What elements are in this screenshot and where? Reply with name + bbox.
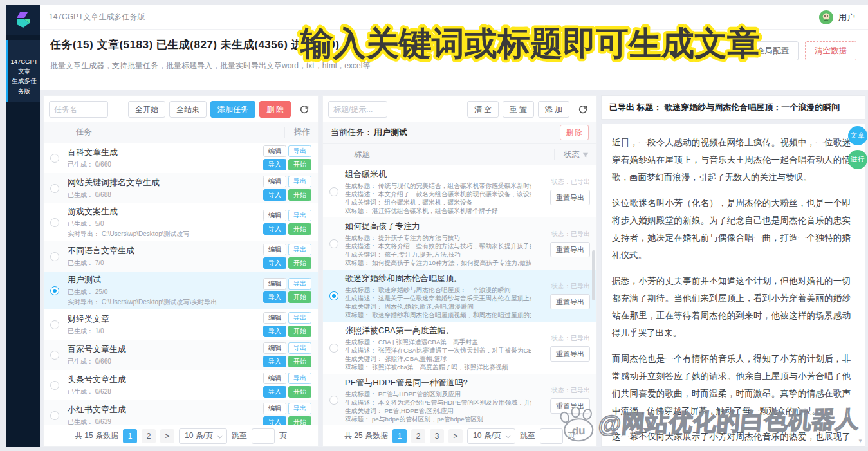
filter-icon[interactable] [582, 152, 589, 158]
import-button[interactable]: 导入 [263, 257, 286, 269]
export-button[interactable]: 导出 [288, 312, 311, 324]
edit-button[interactable]: 编辑 [263, 312, 286, 324]
refresh-tasks-icon[interactable] [296, 101, 313, 118]
table-row[interactable]: 头条号文章生成已生成： 0/628 编辑导出导入开始 [44, 370, 318, 400]
export-button[interactable]: 导出 [288, 145, 311, 157]
jump-page-input[interactable] [252, 428, 275, 444]
edit-button[interactable]: 编辑 [263, 403, 286, 414]
table-row[interactable]: 百家号文章生成已生成： 0/660 编辑导出导入开始 [44, 340, 318, 370]
start-all-button[interactable]: 全开始 [128, 101, 165, 118]
import-button[interactable]: 导入 [263, 189, 286, 201]
title-radio[interactable] [329, 344, 338, 353]
table-row[interactable]: 游戏文案生成已生成： 5/0实时导出： C:\Users\wp\Desktop\… [44, 203, 318, 241]
page-1[interactable]: 1 [392, 429, 407, 443]
table-row[interactable]: 百科文章生成已生成： 0/660 编辑导出导入开始 [44, 143, 318, 173]
edit-button[interactable]: 编辑 [263, 176, 286, 187]
start-button[interactable]: 开始 [288, 356, 311, 367]
sidebar-item-147cgpt[interactable]: 147CGPT文章 生成多任务版 [6, 40, 40, 102]
list-item-selected[interactable]: 歌迷穿婚纱和周杰伦合唱屋顶。 生成标题： 歌迷穿婚纱与周杰伦合唱屋顶：一个浪漫的… [323, 270, 596, 322]
task-radio-checked[interactable] [50, 286, 59, 295]
import-button[interactable]: 导入 [263, 223, 286, 235]
import-button[interactable]: 导入 [263, 356, 286, 367]
export-button[interactable]: 导出 [288, 278, 311, 290]
title-radio-checked[interactable] [329, 291, 338, 300]
next-page-button[interactable]: > [160, 429, 174, 443]
import-button[interactable]: 导入 [263, 291, 286, 303]
import-button[interactable]: 导入 [263, 326, 286, 337]
edit-button[interactable]: 编辑 [263, 244, 286, 255]
delete-task-button[interactable]: 删除 [259, 101, 291, 118]
export-button[interactable]: 导出 [288, 403, 311, 414]
edit-button[interactable]: 编辑 [263, 342, 286, 354]
import-button[interactable]: 导入 [263, 386, 286, 398]
task-radio[interactable] [50, 320, 59, 329]
page-1[interactable]: 1 [123, 429, 137, 443]
title-radio[interactable] [329, 239, 338, 248]
jump-page-input[interactable] [540, 428, 563, 444]
scrollbar-thumb[interactable] [592, 250, 595, 300]
task-radio[interactable] [50, 252, 59, 261]
page-size-select[interactable]: 10 条/页 [179, 428, 227, 444]
task-radio[interactable] [50, 184, 59, 193]
reset-export-button[interactable]: 重置导出 [550, 294, 590, 309]
edit-button[interactable]: 编辑 [263, 210, 286, 221]
add-title-button[interactable]: 添加 [538, 101, 569, 118]
reset-export-button[interactable]: 重置导出 [550, 398, 590, 414]
reset-button[interactable]: 重置 [503, 101, 534, 118]
reset-export-button[interactable]: 重置导出 [550, 242, 590, 257]
title-radio[interactable] [329, 187, 338, 196]
table-row-selected[interactable]: 用户测试已生成： 25/0实时导出： C:\Users\wp\Desktop\测… [44, 272, 318, 309]
table-row[interactable]: 财经类文章已生成： 1/0 编辑导出导入开始 [44, 309, 318, 340]
article-fab-button[interactable]: 文章 [848, 126, 867, 145]
edit-button[interactable]: 编辑 [263, 145, 286, 157]
page-3[interactable]: 3 [430, 429, 444, 443]
edit-button[interactable]: 编辑 [263, 278, 286, 290]
task-radio[interactable] [50, 351, 59, 360]
start-button[interactable]: 开始 [288, 159, 311, 170]
list-item[interactable]: 组合碾米机 生成标题： 传统与现代的完美结合，组合碾米机带你感受碾米新时代 生成… [323, 165, 596, 217]
next-page-button[interactable]: > [448, 429, 463, 443]
start-button[interactable]: 开始 [288, 386, 311, 398]
start-button[interactable]: 开始 [288, 189, 311, 201]
export-button[interactable]: 导出 [288, 373, 311, 384]
start-button[interactable]: 开始 [288, 257, 311, 269]
user-menu[interactable]: 用户 [819, 10, 855, 24]
export-button[interactable]: 导出 [288, 176, 311, 187]
edit-button[interactable]: 编辑 [263, 373, 286, 384]
import-button[interactable]: 导入 [263, 416, 286, 425]
start-button[interactable]: 开始 [288, 223, 311, 235]
delete-title-button[interactable]: 删除 [560, 125, 589, 140]
start-button[interactable]: 开始 [288, 416, 311, 425]
article-content[interactable]: ▲ 近日，一段令人感动的视频在网络上疯传。视频中，一位歌迷穿着婚纱站在屋顶上，与… [601, 124, 865, 447]
page-2[interactable]: 2 [142, 429, 156, 443]
table-row[interactable]: 小红书文章生成已生成： 0/639 编辑导出导入开始 [44, 400, 318, 425]
start-button[interactable]: 开始 [288, 291, 311, 303]
list-item[interactable]: PE管与HDPE管是同一种管道吗? 生成标题： PE管与HDPE管的区别及应用 … [323, 374, 596, 425]
global-config-button[interactable]: 全局配置 [747, 41, 799, 60]
title-search-input[interactable] [328, 101, 387, 118]
list-item[interactable]: 如何提高孩子专注力 生成标题： 提升孩子专注力的方法与技巧 生成描述： 本文将介… [323, 217, 596, 270]
import-button[interactable]: 导入 [263, 159, 286, 170]
reset-export-button[interactable]: 重置导出 [550, 346, 590, 362]
page-size-select[interactable]: 10 条/页 [467, 428, 515, 444]
title-radio[interactable] [329, 396, 338, 405]
start-button[interactable]: 开始 [288, 326, 311, 337]
end-all-button[interactable]: 全结束 [169, 101, 207, 118]
clear-data-button[interactable]: 清空数据 [805, 41, 856, 60]
page-2[interactable]: 2 [411, 429, 425, 443]
scroll-down-icon[interactable]: ▼ [858, 438, 863, 444]
list-item[interactable]: 张照洋被CBA第一高度盖帽。 生成标题： CBA | 张照洋遭遇CBA第一高手封… [323, 322, 596, 374]
task-radio[interactable] [50, 411, 59, 420]
table-row[interactable]: 网站关键词排名文章生成已生成： 0/688 编辑导出导入开始 [44, 173, 318, 203]
task-radio[interactable] [50, 154, 59, 163]
export-button[interactable]: 导出 [288, 244, 311, 255]
add-task-button[interactable]: 添加任务 [210, 101, 255, 118]
task-radio[interactable] [50, 381, 59, 390]
export-button[interactable]: 导出 [288, 210, 311, 221]
task-radio[interactable] [50, 218, 59, 227]
table-row[interactable]: 不同语言文章生成已生成： 7/0 编辑导出导入开始 [44, 241, 318, 272]
reset-export-button[interactable]: 重置导出 [550, 190, 590, 205]
progress-fab-button[interactable]: 进行 [848, 150, 867, 169]
refresh-titles-icon[interactable] [575, 101, 591, 118]
export-button[interactable]: 导出 [288, 342, 311, 354]
